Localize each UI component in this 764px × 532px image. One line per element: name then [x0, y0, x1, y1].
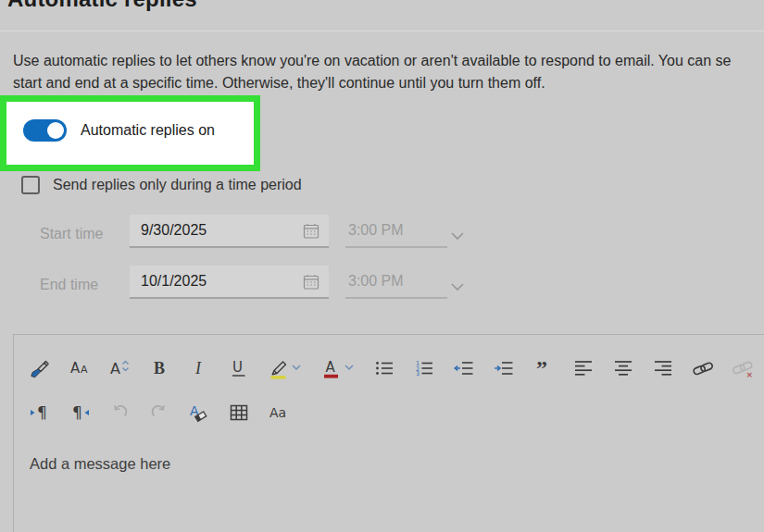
end-date-field[interactable]: 10/1/2025: [130, 266, 329, 299]
remove-link-button[interactable]: ×: [732, 355, 754, 381]
bold-icon: B: [148, 356, 170, 380]
insert-table-button[interactable]: [228, 400, 250, 426]
redo-icon: [148, 401, 170, 425]
svg-text:Aa: Aa: [269, 405, 286, 420]
start-time-value: 3:00 PM: [348, 215, 404, 246]
insert-link-button[interactable]: [692, 355, 714, 381]
decrease-indent-icon: [453, 356, 475, 380]
svg-text:B: B: [154, 359, 165, 377]
underline-icon: U: [228, 356, 250, 380]
italic-icon: I: [188, 356, 210, 380]
undo-button[interactable]: [108, 400, 131, 426]
clear-formatting-button[interactable]: A: [188, 400, 210, 426]
text-case-icon: Aa: [268, 401, 290, 425]
remove-link-icon: ×: [732, 356, 754, 380]
numbered-list-icon: 123: [413, 356, 435, 380]
toggle-label: Automatic replies on: [81, 122, 215, 139]
svg-text:A: A: [110, 360, 120, 377]
svg-text:¶: ¶: [72, 403, 82, 422]
text-case-button[interactable]: Aa: [268, 400, 290, 426]
redo-button[interactable]: [148, 400, 170, 426]
font-color-button[interactable]: A: [320, 355, 356, 381]
align-right-icon: [652, 356, 674, 380]
svg-text:A: A: [70, 360, 81, 377]
end-time-field[interactable]: 3:00 PM: [345, 266, 447, 299]
align-right-button[interactable]: [652, 355, 674, 381]
font-size-icon: A: [108, 356, 131, 380]
format-painter-button[interactable]: [29, 355, 51, 381]
font-icon: AA: [69, 356, 91, 380]
clear-formatting-icon: A: [188, 401, 210, 425]
svg-text:3: 3: [416, 370, 420, 377]
start-date-field[interactable]: 9/30/2025: [130, 215, 329, 248]
right-to-left-icon: ¶: [69, 401, 91, 425]
format-painter-icon: [29, 356, 51, 380]
quote-icon: ”: [532, 356, 555, 380]
calendar-icon[interactable]: [303, 223, 319, 243]
font-size-button[interactable]: A: [108, 355, 131, 381]
decrease-indent-button[interactable]: [453, 355, 475, 381]
bullet-list-icon: [373, 356, 395, 380]
svg-text:”: ”: [536, 356, 547, 380]
underline-button[interactable]: U: [228, 355, 250, 381]
svg-text:I: I: [194, 359, 202, 377]
insert-link-icon: [692, 356, 714, 380]
align-center-icon: [612, 356, 634, 380]
bullet-list-button[interactable]: [373, 355, 395, 381]
end-time-value: 3:00 PM: [348, 266, 404, 297]
left-to-right-button[interactable]: ¶: [29, 400, 51, 426]
title-divider: [0, 31, 764, 31]
end-time-label: End time: [40, 277, 98, 293]
increase-indent-button[interactable]: [493, 355, 515, 381]
toolbar-row-1: AAABIUA123”×: [29, 355, 754, 381]
align-center-button[interactable]: [612, 355, 634, 381]
svg-text:A: A: [326, 359, 336, 376]
svg-text:A: A: [81, 364, 88, 376]
font-button[interactable]: AA: [69, 355, 91, 381]
start-time-label: Start time: [40, 226, 103, 242]
start-time-field[interactable]: 3:00 PM: [345, 215, 447, 248]
insert-table-icon: [228, 401, 250, 425]
calendar-icon[interactable]: [303, 274, 319, 294]
svg-text:U: U: [232, 359, 243, 376]
align-left-button[interactable]: [572, 355, 595, 381]
quote-button[interactable]: ”: [532, 355, 555, 381]
page-title: Automatic replies: [7, 0, 197, 12]
align-left-icon: [572, 356, 595, 380]
undo-icon: [108, 401, 131, 425]
chevron-down-icon[interactable]: [450, 228, 465, 244]
numbered-list-button[interactable]: 123: [413, 355, 435, 381]
automatic-replies-toggle[interactable]: [23, 119, 67, 142]
font-color-icon: A: [320, 356, 356, 380]
svg-text:×: ×: [746, 370, 754, 379]
svg-text:¶: ¶: [37, 403, 47, 422]
highlight-color-button[interactable]: [268, 355, 303, 381]
time-period-checkbox-label: Send replies only during a time period: [53, 177, 302, 193]
description-line-2: start and end at a specific time. Otherw…: [13, 75, 545, 92]
right-to-left-button[interactable]: ¶: [69, 400, 91, 426]
start-date-value: 9/30/2025: [141, 215, 207, 246]
toggle-knob: [47, 122, 64, 139]
message-placeholder: Add a message here: [30, 455, 170, 473]
toolbar-row-2: ¶¶AAa: [29, 400, 290, 426]
time-period-checkbox[interactable]: [21, 176, 40, 194]
message-editor[interactable]: AAABIUA123”× ¶¶AAa Add a message here: [13, 334, 764, 532]
description-line-1: Use automatic replies to let others know…: [13, 53, 731, 69]
increase-indent-icon: [493, 356, 515, 380]
bold-button[interactable]: B: [148, 355, 170, 381]
chevron-down-icon[interactable]: [450, 278, 465, 295]
highlight-color-icon: [268, 356, 303, 380]
left-to-right-icon: ¶: [29, 401, 51, 425]
end-date-value: 10/1/2025: [141, 266, 207, 297]
italic-button[interactable]: I: [188, 355, 210, 381]
